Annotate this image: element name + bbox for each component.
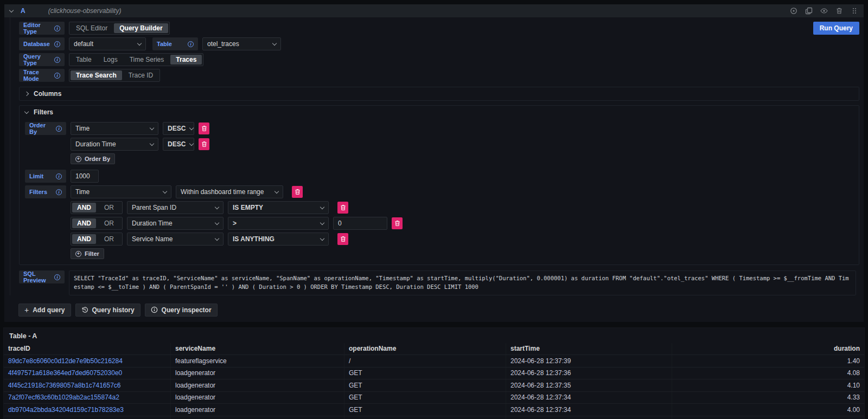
hide-query-eye-icon[interactable] (820, 7, 828, 15)
editor-type-row: Editor Type i SQL Editor Query Builder R… (19, 22, 859, 35)
service-name-cell: loadgenerator (171, 404, 344, 416)
bool-or-option[interactable]: OR (97, 234, 121, 244)
bool-and-option[interactable]: AND (72, 218, 96, 228)
trace-mode-trace-search[interactable]: Trace Search (71, 70, 122, 80)
run-query-button[interactable]: Run Query (813, 22, 859, 35)
order-by-dir-select[interactable]: DESC (163, 122, 194, 135)
filter-field-value: Service Name (132, 235, 173, 243)
remove-filter-button[interactable] (292, 186, 303, 198)
table-row: 89dc7e8c6060c0d12de7e9b50c216284 feature… (4, 355, 864, 368)
bool-or-option[interactable]: OR (97, 203, 121, 212)
bool-operator-toggle: AND OR (71, 233, 123, 246)
query-editor-body: Editor Type i SQL Editor Query Builder R… (10, 17, 864, 295)
duration-cell: 4.33 (672, 392, 864, 404)
remove-query-trash-icon[interactable] (835, 7, 843, 15)
remove-filter-button[interactable] (337, 233, 348, 245)
filter-op-select[interactable]: Within dashboard time range (176, 185, 283, 198)
filter-field-select[interactable]: Parent Span ID (127, 201, 224, 214)
chevron-down-icon (320, 236, 324, 240)
order-by-dir-select[interactable]: DESC (163, 138, 194, 151)
bool-or-option[interactable]: OR (97, 218, 121, 228)
table-select[interactable]: otel_traces (202, 37, 281, 50)
column-header-servicename[interactable]: serviceName (171, 343, 344, 355)
editor-type-sql-editor[interactable]: SQL Editor (71, 23, 113, 33)
editor-type-label: Editor Type i (19, 22, 65, 35)
trace-id-link[interactable]: 4f45c21918c73698057a8b1c741657c6 (4, 379, 171, 391)
query-type-logs[interactable]: Logs (98, 55, 123, 65)
filter-field-select[interactable]: Service Name (127, 233, 224, 246)
bool-and-option[interactable]: AND (72, 234, 96, 244)
query-inspector-button[interactable]: Query inspector (145, 304, 218, 317)
info-icon: i (56, 173, 62, 179)
query-type-table[interactable]: Table (71, 55, 97, 65)
filter-op-select[interactable]: IS EMPTY (228, 201, 329, 214)
filters-section-header[interactable]: Filters (20, 106, 859, 119)
query-ref-letter: A (21, 7, 25, 15)
database-table-row: Database i default Table i otel_traces (19, 37, 859, 50)
query-type-time-series[interactable]: Time Series (124, 55, 170, 65)
chevron-down-icon (215, 220, 219, 224)
info-icon: i (56, 126, 62, 132)
trace-id-link[interactable]: 4f497571a618e364ed7ded60752030e0 (4, 368, 171, 379)
order-by-field-select[interactable]: Time (71, 122, 158, 135)
operation-name-cell: GET (344, 392, 506, 404)
remove-filter-button[interactable] (337, 202, 348, 214)
start-time-cell: 2024-06-28 12:37:39 (506, 355, 672, 367)
add-query-button[interactable]: + Add query (18, 304, 71, 317)
info-icon: i (54, 57, 60, 63)
column-header-duration[interactable]: duration (672, 343, 864, 355)
filter-row-duration: AND OR Duration Time > 0 (25, 217, 853, 230)
trace-id-link[interactable]: 89dc7e8c6060c0d12de7e9b50c216284 (4, 355, 171, 367)
order-by-field-select[interactable]: Duration Time (71, 138, 158, 151)
query-type-traces[interactable]: Traces (170, 55, 202, 65)
trace-mode-label-text: Trace Mode (23, 69, 50, 82)
start-time-cell: 2024-06-28 12:37:35 (506, 379, 672, 391)
trace-id-link[interactable]: 7a2f07ecf63c60b1029ab2ac155874a2 (4, 392, 171, 404)
filter-op-select[interactable]: > (228, 217, 329, 230)
column-header-starttime[interactable]: startTime (506, 343, 672, 355)
trace-id-link[interactable]: 96968b10fa2b2c1590bc67dea06ef35f (4, 416, 171, 419)
query-history-button[interactable]: Query history (75, 304, 141, 317)
sql-preview-row: SQL Preview i SELECT "TraceId" as traceI… (19, 270, 859, 295)
query-row-header[interactable]: A (clickhouse-observability) (4, 4, 864, 17)
start-time-cell: 2024-06-28 12:37:36 (506, 368, 672, 379)
database-select[interactable]: default (69, 37, 146, 50)
duplicate-query-icon[interactable] (805, 7, 813, 15)
remove-filter-button[interactable] (392, 217, 403, 229)
filters-section-title: Filters (34, 108, 53, 116)
remove-order-by-button[interactable] (199, 123, 209, 134)
chevron-down-icon (215, 204, 219, 209)
filter-op-select[interactable]: IS ANYTHING (228, 233, 329, 246)
datasource-help-icon[interactable] (790, 7, 797, 15)
column-header-operationname[interactable]: operationName (344, 343, 506, 355)
limit-input[interactable]: 1000 (71, 170, 99, 183)
filter-field-select[interactable]: Time (71, 185, 171, 198)
query-type-label: Query Type i (19, 53, 65, 66)
filter-value-input[interactable]: 0 (333, 217, 387, 230)
filter-field-value: Parent Span ID (132, 204, 176, 211)
drag-handle-icon[interactable] (851, 7, 858, 15)
chevron-down-icon (320, 204, 324, 209)
table-row: 4f497571a618e364ed7ded60752030e0 loadgen… (4, 368, 864, 380)
filters-label: Filters i (25, 185, 66, 198)
bool-and-option[interactable]: AND (72, 203, 96, 212)
column-header-traceid[interactable]: traceID (4, 343, 171, 355)
operation-name-cell: / (344, 355, 506, 367)
add-filter-button[interactable]: + Filter (71, 248, 104, 259)
start-time-cell: 2024-06-28 12:37:34 (506, 392, 672, 404)
columns-section-header[interactable]: Columns (20, 87, 859, 100)
filter-field-select[interactable]: Duration Time (127, 217, 224, 230)
table-header-row: traceID serviceName operationName startT… (4, 343, 864, 356)
filters-label-text: Filters (29, 189, 47, 195)
remove-order-by-button[interactable] (199, 138, 209, 150)
trace-mode-trace-id[interactable]: Trace ID (123, 70, 159, 80)
filter-op-value: IS ANYTHING (233, 235, 275, 243)
query-type-label-text: Query Type (23, 53, 50, 66)
chevron-down-icon (150, 141, 154, 145)
editor-type-query-builder[interactable]: Query Builder (114, 23, 168, 33)
info-icon: i (54, 25, 60, 31)
collapse-chevron-icon[interactable] (9, 8, 14, 12)
add-order-by-button[interactable]: + Order By (71, 153, 115, 164)
info-icon: i (56, 189, 62, 195)
trace-id-link[interactable]: db9704a2bbda34204d159c71b78283e3 (4, 404, 171, 416)
